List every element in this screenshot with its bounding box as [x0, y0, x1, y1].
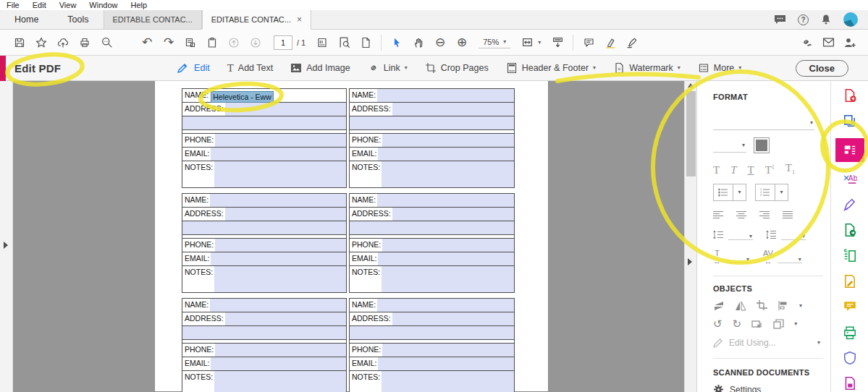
help-icon[interactable]: ? — [798, 14, 809, 25]
email-field[interactable] — [211, 357, 346, 370]
notes-field[interactable] — [382, 371, 514, 392]
name-field[interactable] — [210, 194, 346, 207]
address-field[interactable] — [225, 208, 346, 221]
superscript-button[interactable]: T1 — [765, 165, 775, 176]
expand-nav-pane-icon[interactable] — [4, 242, 8, 249]
print-button[interactable] — [74, 33, 96, 53]
chevron-down-icon[interactable]: ▾ — [794, 321, 797, 327]
redo-button[interactable]: ↷ — [158, 33, 180, 53]
italic-button[interactable]: T — [730, 165, 736, 176]
paragraph-spacing-select[interactable]: ▾ — [781, 229, 806, 240]
name-field[interactable] — [377, 89, 514, 102]
character-spacing-select[interactable]: ▾ — [778, 252, 802, 263]
hand-tool-button[interactable] — [408, 33, 429, 53]
page-down-button[interactable] — [245, 33, 266, 53]
line-spacing-select[interactable]: ▾ — [728, 229, 753, 240]
rotate-ccw-button[interactable]: ↺ — [713, 318, 722, 329]
add-person-button[interactable] — [839, 33, 861, 53]
email-field[interactable] — [211, 252, 346, 265]
name-field[interactable] — [210, 299, 346, 312]
edit-using-button[interactable]: Edit Using... ▾ — [713, 338, 820, 348]
menu-file[interactable]: File — [0, 1, 26, 9]
notes-field[interactable] — [214, 266, 346, 292]
address2-field[interactable] — [182, 221, 346, 234]
header-footer-button[interactable]: Header & Footer▾ — [506, 62, 596, 74]
highlight-tool-button[interactable] — [599, 33, 621, 53]
font-size-select[interactable]: ▾ — [713, 138, 746, 153]
zoom-in-button[interactable]: ⊕ — [451, 33, 473, 53]
notes-field[interactable] — [382, 266, 514, 292]
fill-sign-tool[interactable] — [841, 196, 859, 213]
selected-text[interactable]: Helevetica - Eww — [211, 92, 273, 102]
scan-ocr-tool[interactable] — [841, 247, 859, 264]
compress-pdf-tool[interactable] — [841, 375, 859, 392]
close-tab-icon[interactable]: × — [297, 14, 302, 25]
notes-field[interactable] — [214, 371, 346, 392]
rotate-cw-button[interactable]: ↻ — [733, 318, 742, 329]
page-number-input[interactable] — [274, 35, 292, 50]
protect-tool[interactable] — [841, 349, 859, 366]
find-page-button[interactable] — [333, 33, 355, 53]
numbered-list-button[interactable]: 123 — [756, 184, 775, 200]
export-office-tool[interactable]: ×Ab — [841, 171, 859, 187]
more-menu-button[interactable]: More▾ — [698, 62, 742, 74]
address-field[interactable] — [392, 312, 514, 325]
font-color-picker[interactable] — [754, 137, 770, 153]
scrollbar-thumb[interactable] — [686, 91, 696, 176]
notes-field[interactable] — [382, 161, 514, 187]
watermark-button[interactable]: Watermark▾ — [613, 62, 681, 74]
align-center-button[interactable] — [736, 210, 747, 219]
crop-object-button[interactable] — [757, 300, 767, 311]
select-tool-button[interactable] — [386, 33, 408, 53]
combine-files-tool[interactable] — [841, 112, 859, 129]
bullet-list-menu[interactable]: ▾ — [733, 184, 746, 200]
menu-edit[interactable]: Edit — [26, 1, 53, 9]
tab-home[interactable]: Home — [0, 10, 53, 29]
phone-field[interactable] — [382, 239, 514, 252]
notes-field[interactable] — [214, 161, 346, 187]
menu-window[interactable]: Window — [83, 1, 124, 9]
phone-field[interactable] — [382, 134, 514, 147]
horizontal-scale-select[interactable]: ▾ — [725, 252, 750, 263]
align-objects-button[interactable] — [778, 301, 789, 310]
scroll-up-icon[interactable] — [688, 83, 694, 88]
print-production-tool[interactable] — [841, 324, 859, 341]
subscript-button[interactable]: T1 — [785, 163, 795, 176]
phone-field[interactable] — [215, 134, 346, 147]
new-page-button[interactable] — [355, 33, 376, 53]
read-mode-button[interactable] — [547, 33, 568, 53]
clipboard-button[interactable] — [201, 33, 223, 53]
address2-field[interactable] — [350, 326, 514, 339]
close-edit-mode-button[interactable]: Close — [796, 60, 848, 77]
name-field[interactable] — [377, 299, 514, 312]
document-tab-active[interactable]: EDITABLE CONTAC... × — [202, 10, 311, 30]
menu-help[interactable]: Help — [124, 1, 153, 9]
document-tab-inactive[interactable]: EDITABLE CONTAC... — [104, 10, 202, 29]
search-button[interactable] — [96, 33, 117, 53]
link-menu-button[interactable]: Link▾ — [368, 62, 408, 74]
font-family-select[interactable]: ▾ — [713, 116, 814, 130]
email-field[interactable] — [378, 357, 514, 370]
numbered-list-menu[interactable]: ▾ — [775, 184, 788, 200]
flip-horizontal-button[interactable] — [735, 301, 746, 311]
create-pdf-tool[interactable] — [841, 87, 859, 103]
align-right-button[interactable] — [759, 210, 770, 219]
edit-pdf-tool-selected[interactable] — [835, 138, 864, 162]
address-field[interactable] — [225, 103, 346, 116]
tab-tools[interactable]: Tools — [53, 10, 103, 29]
zoom-level-select[interactable]: 75% ▾ — [479, 36, 510, 48]
chevron-down-icon[interactable]: ▾ — [799, 303, 802, 309]
replace-image-button[interactable] — [751, 319, 763, 329]
vertical-scrollbar[interactable] — [684, 81, 696, 392]
phone-field[interactable] — [215, 344, 346, 357]
phone-field[interactable] — [382, 344, 514, 357]
address-field[interactable] — [392, 208, 514, 221]
comment-tool-button[interactable] — [578, 33, 599, 53]
address2-field[interactable] — [350, 116, 514, 129]
address-field[interactable] — [392, 103, 514, 116]
feedback-button[interactable] — [774, 14, 786, 25]
menu-view[interactable]: View — [53, 1, 83, 9]
address-field[interactable] — [225, 312, 346, 325]
underline-button[interactable]: T — [748, 165, 754, 176]
address2-field[interactable] — [182, 116, 346, 129]
